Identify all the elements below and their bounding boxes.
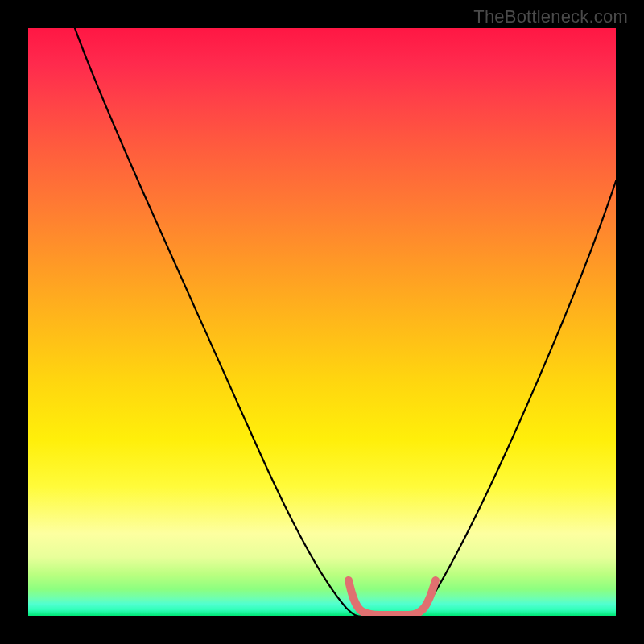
chart-frame: TheBottleneck.com [0, 0, 644, 644]
plot-area [28, 28, 616, 616]
watermark-text: TheBottleneck.com [473, 6, 628, 27]
match-zone-stroke [349, 580, 436, 615]
curve-main [75, 28, 616, 616]
bottleneck-curve [28, 28, 616, 616]
